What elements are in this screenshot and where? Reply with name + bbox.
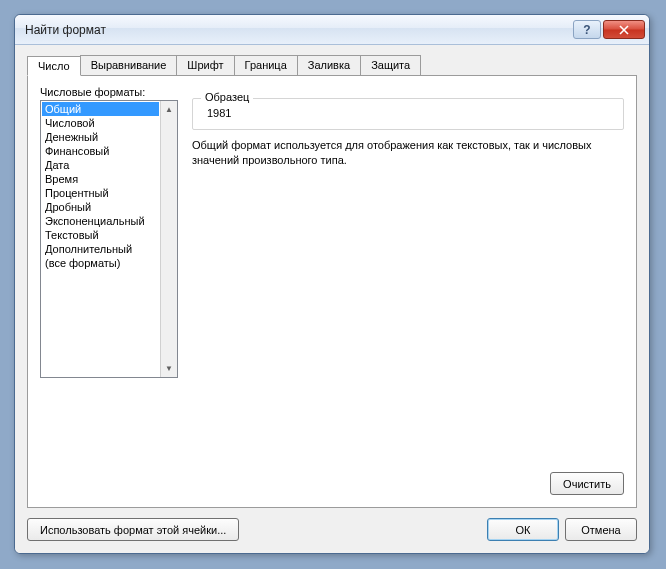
find-format-dialog: Найти формат ? Число Выравнивание Шрифт … <box>14 14 650 554</box>
sample-fieldset: Образец 1981 <box>192 98 624 130</box>
window-title: Найти формат <box>25 23 573 37</box>
sample-legend: Образец <box>201 91 253 103</box>
tab-number[interactable]: Число <box>27 56 81 76</box>
format-description: Общий формат используется для отображени… <box>192 138 624 168</box>
formats-label: Числовые форматы: <box>40 86 178 98</box>
help-button[interactable]: ? <box>573 20 601 39</box>
number-formats-list[interactable]: Общий Числовой Денежный Финансовый Дата … <box>40 100 178 378</box>
cancel-button[interactable]: Отмена <box>565 518 637 541</box>
list-item[interactable]: (все форматы) <box>42 256 159 270</box>
scroll-up-icon[interactable]: ▲ <box>161 101 177 118</box>
question-icon: ? <box>583 23 590 37</box>
list-item[interactable]: Дата <box>42 158 159 172</box>
list-item[interactable]: Время <box>42 172 159 186</box>
tab-protection[interactable]: Защита <box>360 55 421 75</box>
list-item[interactable]: Экспоненциальный <box>42 214 159 228</box>
list-item[interactable]: Дополнительный <box>42 242 159 256</box>
list-scrollbar[interactable]: ▲ ▼ <box>160 101 177 377</box>
clear-button[interactable]: Очистить <box>550 472 624 495</box>
ok-button[interactable]: ОК <box>487 518 559 541</box>
list-item[interactable]: Числовой <box>42 116 159 130</box>
list-item[interactable]: Денежный <box>42 130 159 144</box>
tab-fill[interactable]: Заливка <box>297 55 361 75</box>
dialog-footer: Использовать формат этой ячейки... ОК От… <box>27 508 637 541</box>
tab-strip: Число Выравнивание Шрифт Граница Заливка… <box>27 55 637 75</box>
titlebar[interactable]: Найти формат ? <box>15 15 649 45</box>
use-cell-format-button[interactable]: Использовать формат этой ячейки... <box>27 518 239 541</box>
tab-panel-number: Числовые форматы: Общий Числовой Денежны… <box>27 75 637 508</box>
scroll-down-icon[interactable]: ▼ <box>161 360 177 377</box>
list-item[interactable]: Текстовый <box>42 228 159 242</box>
close-icon <box>618 25 630 35</box>
tab-font[interactable]: Шрифт <box>176 55 234 75</box>
list-item[interactable]: Процентный <box>42 186 159 200</box>
tab-border[interactable]: Граница <box>234 55 298 75</box>
close-button[interactable] <box>603 20 645 39</box>
client-area: Число Выравнивание Шрифт Граница Заливка… <box>15 45 649 553</box>
list-item[interactable]: Общий <box>42 102 159 116</box>
list-item[interactable]: Дробный <box>42 200 159 214</box>
tab-alignment[interactable]: Выравнивание <box>80 55 178 75</box>
scroll-track[interactable] <box>161 118 177 360</box>
list-item[interactable]: Финансовый <box>42 144 159 158</box>
sample-value: 1981 <box>203 107 613 119</box>
